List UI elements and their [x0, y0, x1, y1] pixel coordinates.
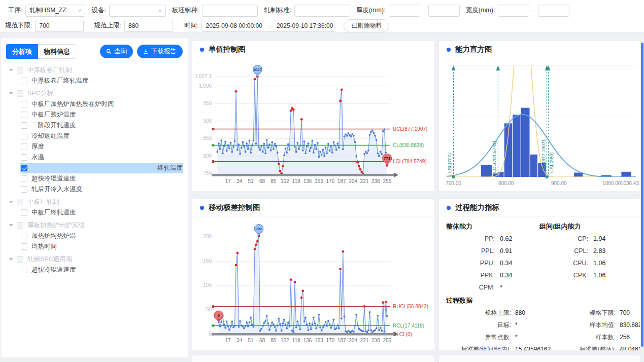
metric-label: 样本均值:	[559, 321, 616, 330]
checkbox[interactable]	[21, 133, 27, 139]
checkbox[interactable]	[21, 122, 27, 129]
checkbox[interactable]	[21, 175, 27, 182]
svg-text:204: 204	[349, 338, 357, 343]
process-data-row: 规格上限:880规格下限:700	[446, 307, 633, 319]
checkbox[interactable]	[17, 67, 23, 74]
tree-item-label: 均热时间	[31, 242, 57, 251]
caret-down-icon[interactable]	[9, 92, 13, 95]
tree-item[interactable]: 中厚板卷厂终轧温度	[20, 76, 183, 86]
svg-text:1000.00: 1000.00	[602, 180, 621, 186]
checkbox[interactable]	[21, 209, 27, 216]
moving-range-chart: 050100150200RUCL(56.8842)RCL(17.4118)RLC…	[192, 216, 435, 350]
svg-text:170: 170	[326, 178, 334, 184]
width-from-input[interactable]	[498, 5, 529, 17]
time-range-picker[interactable]: 2025-09-08 00:00:00 → 2025-09-10 17:36:0…	[201, 20, 334, 32]
metric-value: *	[515, 334, 555, 341]
tree-item[interactable]: 中板厂装炉温度	[20, 110, 183, 120]
slab-steel-input[interactable]	[202, 5, 258, 17]
checkbox[interactable]	[21, 165, 27, 171]
tree-item[interactable]: 加热炉均热炉温	[20, 231, 183, 241]
checkbox[interactable]	[21, 267, 27, 273]
thickness-to-input[interactable]	[428, 5, 460, 17]
filter-bar: 工序: 轧制HSM_ZZ∨ 设备: ∨ 板坯钢种: 轧制标准: 厚度(mm): …	[0, 0, 644, 32]
query-button[interactable]: 查询	[100, 45, 133, 58]
tree-group-row[interactable]: SPC分析	[6, 88, 183, 99]
arrow-right-icon: →	[266, 22, 273, 29]
excluded-material-button[interactable]: 已剔除物料	[344, 19, 389, 32]
svg-text:900: 900	[203, 118, 212, 124]
panel-title: 移动极差控制图	[209, 203, 260, 212]
tab-analysis-items[interactable]: 分析项	[6, 44, 38, 59]
metric-value: 1.06	[593, 260, 633, 267]
checkbox[interactable]	[17, 199, 23, 205]
svg-text:153: 153	[315, 338, 323, 343]
tab-material-info[interactable]: 物料信息	[38, 44, 76, 59]
metric-row: PP:0.62	[446, 233, 539, 245]
tree-item-label: 超快冷辊道速度	[31, 174, 76, 183]
metric-value: 48.04615772	[620, 346, 640, 351]
svg-text:800.00: 800.00	[498, 180, 514, 186]
checkbox[interactable]	[21, 78, 27, 84]
caret-down-icon[interactable]	[9, 258, 13, 261]
checkbox[interactable]	[17, 222, 23, 229]
tree-group-label: 厚板加热炉出炉实绩	[27, 221, 85, 230]
tree-item[interactable]: 轧后开冷入水温度	[20, 184, 183, 195]
metric-label: CP:	[539, 235, 588, 242]
bullet-icon	[447, 48, 451, 52]
svg-text:68: 68	[259, 338, 265, 343]
caret-down-icon[interactable]	[9, 201, 13, 203]
tree-item[interactable]: 均热时间	[20, 241, 183, 252]
panel-individual-control-chart: 单值控制图 7508008509009501,0001,027.1UCL(877…	[192, 41, 435, 192]
checkbox[interactable]	[21, 233, 27, 239]
tree-item[interactable]: 终轧温度	[20, 163, 183, 173]
checkbox[interactable]	[21, 101, 27, 107]
width-to-input[interactable]	[538, 5, 569, 17]
svg-text:USL(880): USL(880)	[549, 152, 554, 173]
lower-limit-input[interactable]	[35, 20, 84, 32]
metric-label: PPK:	[446, 272, 495, 279]
tree-group-row[interactable]: 中板厂轧制	[6, 197, 183, 207]
thickness-from-input[interactable]	[389, 5, 420, 17]
tree-item[interactable]: 中板厂终轧温度	[20, 207, 183, 218]
tree-group-row[interactable]: 厚板加热炉出炉实绩	[6, 220, 183, 231]
tree-item-label: 二阶段开轧温度	[31, 121, 76, 130]
svg-text:750: 750	[203, 170, 212, 176]
tree-item[interactable]: 水温	[20, 152, 183, 163]
scrollbar-thumb[interactable]	[641, 43, 643, 347]
thickness-label: 厚度(mm):	[356, 6, 386, 15]
svg-text:51: 51	[248, 338, 254, 343]
tree-item[interactable]: 厚度	[20, 141, 183, 152]
tree-group-row[interactable]: 中厚板卷厂轧制	[6, 65, 183, 76]
svg-text:700.00: 700.00	[446, 180, 461, 186]
download-report-button[interactable]: 下载报告	[137, 45, 183, 58]
tree-item[interactable]: 超快冷辊道速度	[20, 173, 183, 184]
tree-item[interactable]: 二阶段开轧温度	[20, 120, 183, 131]
checkbox[interactable]	[21, 186, 27, 193]
checkbox[interactable]	[17, 90, 23, 97]
checkbox[interactable]	[21, 154, 27, 161]
svg-text:1036.43: 1036.43	[621, 180, 639, 186]
caret-down-icon[interactable]	[9, 69, 13, 71]
lower-limit-label: 规范下限:	[5, 21, 32, 30]
checkbox[interactable]	[21, 143, 27, 150]
tree-item[interactable]: 中板厂加热炉加热段在炉时间	[20, 99, 183, 110]
svg-text:1027: 1027	[253, 67, 262, 72]
overall-capability-header: 整体能力	[446, 222, 539, 231]
upper-limit-input[interactable]	[124, 20, 173, 32]
checkbox[interactable]	[21, 243, 27, 250]
process-data-header: 过程数据	[446, 296, 633, 305]
tree-item[interactable]: 超快冷辊道速度	[20, 265, 183, 275]
process-select[interactable]: 轧制HSM_ZZ∨	[25, 5, 85, 17]
tree-group-row[interactable]: 轧钢SPC通用项	[6, 254, 183, 265]
checkbox[interactable]	[17, 256, 23, 263]
width-label: 宽度(mm):	[466, 6, 495, 15]
metric-value: 700	[620, 309, 633, 316]
rolling-standard-label: 轧制标准:	[264, 6, 291, 15]
panel-stub	[192, 355, 435, 362]
tree-item[interactable]: 冷却返红温度	[20, 131, 183, 141]
checkbox[interactable]	[21, 112, 27, 118]
device-select[interactable]: ∨	[109, 5, 166, 17]
rolling-standard-input[interactable]	[294, 5, 350, 17]
caret-down-icon[interactable]	[9, 224, 13, 227]
panel-title: 过程能力指标	[455, 203, 499, 212]
